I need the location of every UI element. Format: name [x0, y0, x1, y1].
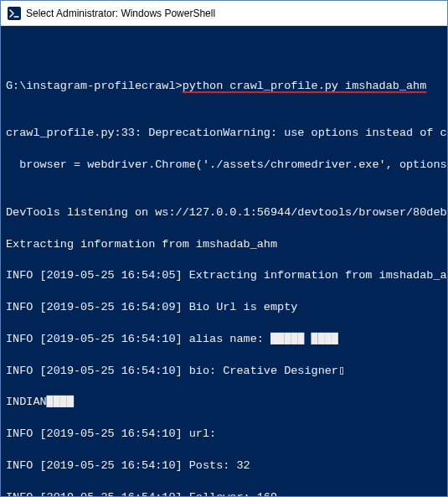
titlebar[interactable]: Select Administrator: Windows PowerShell [1, 1, 447, 26]
svg-rect-0 [8, 7, 21, 20]
output-line: Extracting information from imshadab_ahm [6, 237, 447, 253]
blank-line [6, 47, 447, 63]
output-line: INFO [2019-05-25 16:54:10] url: [6, 427, 447, 443]
output-line: INFO [2019-05-25 16:54:10] bio: Creative… [6, 364, 447, 380]
powershell-icon [8, 7, 21, 20]
output-line: INFO [2019-05-25 16:54:10] alias name: █… [6, 332, 447, 348]
output-line: DevTools listening on ws://127.0.0.1:569… [6, 205, 447, 221]
output-line: INFO [2019-05-25 16:54:09] Bio Url is em… [6, 300, 447, 316]
output-line: crawl_profile.py:33: DeprecationWarning:… [6, 126, 447, 142]
window-title: Select Administrator: Windows PowerShell [26, 8, 215, 19]
prompt-line: G:\instagram-profilecrawl>python crawl_p… [6, 79, 447, 95]
output-line: browser = webdriver.Chrome('./assets/chr… [6, 158, 447, 173]
output-line: INFO [2019-05-25 16:54:10] Follower: 169 [6, 490, 447, 496]
prompt-path: G:\instagram-profilecrawl> [6, 80, 183, 92]
output-line: INFO [2019-05-25 16:54:10] Posts: 32 [6, 458, 447, 474]
prompt-command: python crawl_profile.py imshadab_ahm [183, 80, 427, 92]
output-line: INFO [2019-05-25 16:54:05] Extracting in… [6, 268, 447, 284]
output-line: INDIAN████ [6, 395, 447, 411]
terminal-output[interactable]: G:\instagram-profilecrawl>python crawl_p… [1, 26, 447, 496]
